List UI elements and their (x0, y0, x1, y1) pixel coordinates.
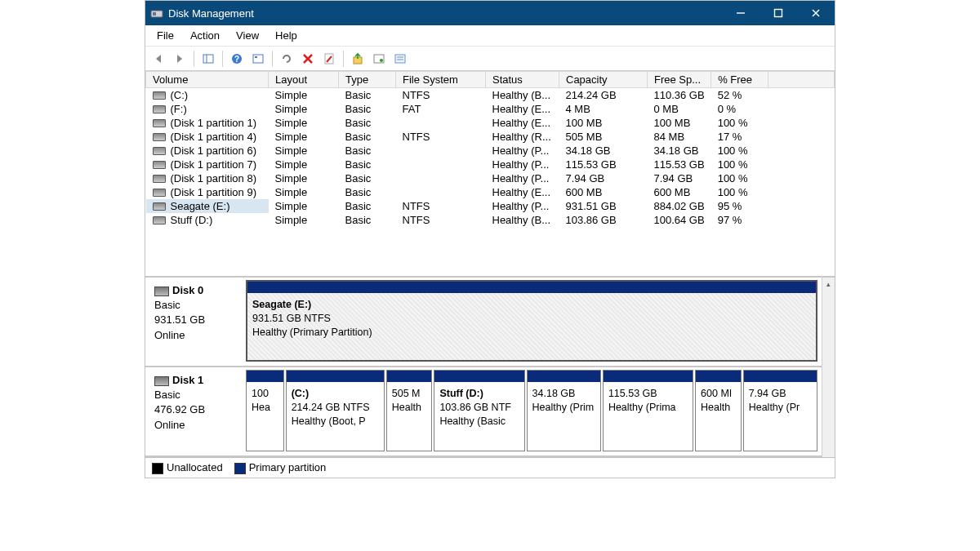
disk-row: Disk 0Basic931.51 GBOnlineSeagate (E:)93… (145, 278, 822, 367)
svg-rect-16 (395, 55, 405, 63)
toolbar-sep (222, 51, 223, 67)
volume-icon (153, 147, 166, 155)
toolbar-sep (343, 51, 344, 67)
partition-header-bar (528, 371, 600, 382)
disk-graphical-pane: Disk 0Basic931.51 GBOnlineSeagate (E:)93… (145, 276, 835, 457)
menu-help[interactable]: Help (267, 27, 305, 44)
partition[interactable]: 100Hea (246, 370, 284, 451)
menu-action[interactable]: Action (182, 27, 228, 44)
partition-strip: Seagate (E:)931.51 GB NTFSHealthy (Prima… (246, 280, 819, 363)
partition[interactable]: (C:)214.24 GB NTFSHealthy (Boot, P (286, 370, 385, 451)
disk-icon (154, 287, 169, 296)
table-row[interactable]: (Disk 1 partition 9)SimpleBasicHealthy (… (146, 185, 835, 199)
volume-icon (153, 202, 166, 211)
partition[interactable]: 505 MHealth (386, 370, 433, 451)
action3-button[interactable] (390, 49, 410, 69)
svg-rect-6 (203, 55, 213, 63)
menu-file[interactable]: File (149, 27, 182, 44)
legend-unallocated: Unallocated (152, 461, 223, 474)
partition-header-bar (744, 371, 817, 382)
scroll-up-icon[interactable]: ▴ (822, 278, 835, 291)
swatch-unallocated-icon (152, 463, 163, 474)
column-header[interactable]: Layout (269, 72, 339, 88)
window-title: Disk Management (168, 7, 722, 20)
column-header[interactable]: Capacity (559, 72, 648, 88)
disk-info[interactable]: Disk 0Basic931.51 GBOnline (148, 280, 246, 363)
column-header[interactable]: % Free (711, 72, 768, 88)
table-row[interactable]: Stuff (D:)SimpleBasicNTFSHealthy (B...10… (146, 213, 835, 227)
partition-header-bar (247, 282, 816, 293)
partition-header-bar (287, 371, 384, 382)
column-header[interactable]: Volume (146, 72, 269, 88)
vertical-scrollbar[interactable]: ▴ (822, 278, 835, 457)
svg-point-15 (380, 59, 383, 62)
volume-icon (153, 216, 166, 224)
svg-text:?: ? (234, 55, 239, 64)
volume-icon (153, 161, 166, 169)
partition[interactable]: 600 MIHealth (695, 370, 742, 451)
maximize-button[interactable] (760, 1, 797, 25)
refresh-button[interactable] (277, 49, 296, 69)
legend: Unallocated Primary partition (145, 457, 835, 478)
minimize-button[interactable] (722, 1, 760, 25)
table-row[interactable]: (Disk 1 partition 8)SimpleBasicHealthy (… (146, 171, 835, 185)
toolbar-sep (194, 51, 194, 67)
properties-button[interactable] (319, 49, 339, 69)
table-row[interactable]: (Disk 1 partition 6)SimpleBasicHealthy (… (146, 144, 835, 158)
partition[interactable]: 34.18 GBHealthy (Prim (527, 370, 601, 451)
table-header-row[interactable]: VolumeLayoutTypeFile SystemStatusCapacit… (146, 72, 835, 88)
close-button[interactable] (797, 1, 835, 25)
table-row[interactable]: (Disk 1 partition 1)SimpleBasicHealthy (… (146, 116, 835, 130)
svg-rect-11 (255, 56, 257, 58)
volume-table[interactable]: VolumeLayoutTypeFile SystemStatusCapacit… (145, 71, 835, 227)
column-header[interactable]: Status (486, 72, 559, 88)
table-row[interactable]: Seagate (E:)SimpleBasicNTFSHealthy (P...… (146, 199, 835, 213)
titlebar[interactable]: Disk Management (145, 1, 835, 25)
partition[interactable]: 7.94 GBHealthy (Pr (743, 370, 817, 451)
legend-primary: Primary partition (234, 461, 327, 474)
swatch-primary-icon (234, 463, 246, 474)
partition-header-bar (604, 371, 693, 382)
toolbar: ? (145, 47, 835, 71)
column-header[interactable]: Free Sp... (648, 72, 711, 88)
action1-button[interactable] (348, 49, 368, 69)
disk-row: Disk 1Basic476.92 GBOnline100Hea(C:)214.… (145, 367, 822, 457)
volume-icon (153, 189, 166, 197)
partition-header-bar (434, 371, 523, 382)
forward-button[interactable] (170, 49, 189, 69)
volume-icon (153, 91, 166, 100)
partition[interactable]: 115.53 GBHealthy (Prima (603, 370, 693, 451)
partition[interactable]: Stuff (D:)103.86 GB NTFHealthy (Basic (434, 370, 524, 451)
volume-icon (153, 105, 166, 113)
partition[interactable]: Seagate (E:)931.51 GB NTFSHealthy (Prima… (246, 280, 817, 362)
partition-header-bar (696, 371, 741, 382)
partition-header-bar (247, 371, 283, 382)
partition-header-bar (387, 371, 432, 382)
table-row[interactable]: (F:)SimpleBasicFATHealthy (E...4 MB0 MB0… (146, 102, 835, 116)
svg-rect-3 (775, 10, 782, 17)
settings-button[interactable] (248, 49, 268, 69)
help-button[interactable]: ? (227, 49, 247, 69)
column-header[interactable]: File System (396, 72, 486, 88)
app-icon (150, 7, 163, 20)
delete-button[interactable] (298, 49, 318, 69)
disk-info[interactable]: Disk 1Basic476.92 GBOnline (148, 370, 246, 453)
disk-icon (154, 376, 169, 386)
table-row[interactable]: (Disk 1 partition 7)SimpleBasicHealthy (… (146, 158, 835, 171)
toolbar-sep (272, 51, 273, 67)
volume-icon (153, 119, 166, 127)
svg-rect-1 (153, 12, 156, 16)
volume-icon (153, 175, 166, 183)
partition-strip: 100Hea(C:)214.24 GB NTFSHealthy (Boot, P… (246, 370, 819, 453)
disk-management-window: Disk Management File Action View Help ? … (145, 0, 835, 478)
volume-icon (153, 133, 166, 141)
column-header[interactable]: Type (339, 72, 396, 88)
back-button[interactable] (149, 49, 168, 69)
svg-rect-10 (253, 55, 263, 63)
table-row[interactable]: (C:)SimpleBasicNTFSHealthy (B...214.24 G… (146, 88, 835, 103)
action2-button[interactable] (369, 49, 389, 69)
menubar: File Action View Help (145, 25, 835, 47)
menu-view[interactable]: View (228, 27, 267, 44)
show-hide-button[interactable] (198, 49, 218, 69)
table-row[interactable]: (Disk 1 partition 4)SimpleBasicNTFSHealt… (146, 130, 835, 144)
